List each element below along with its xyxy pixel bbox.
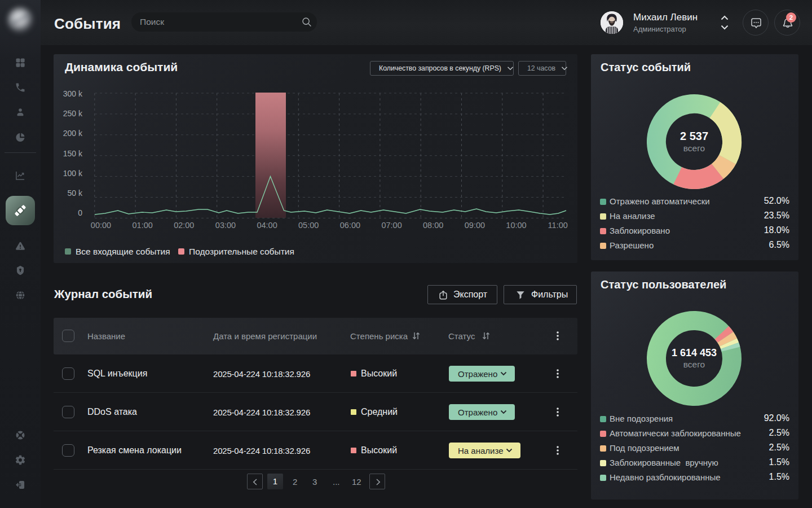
svg-text:Подозрительные события: Подозрительные события (189, 247, 294, 256)
svg-text:0: 0 (78, 208, 82, 217)
svg-text:1 614 453: 1 614 453 (672, 347, 717, 358)
svg-text:всего: всего (683, 143, 705, 153)
svg-text:2 537: 2 537 (680, 130, 708, 142)
svg-text:01:00: 01:00 (133, 221, 153, 230)
svg-text:11:00: 11:00 (548, 221, 568, 230)
svg-text:02:00: 02:00 (174, 221, 194, 230)
svg-text:03:00: 03:00 (215, 221, 236, 230)
svg-text:100 k: 100 k (63, 169, 83, 178)
svg-text:06:00: 06:00 (340, 221, 360, 230)
svg-text:07:00: 07:00 (381, 221, 401, 230)
svg-text:150 k: 150 k (63, 149, 83, 158)
svg-text:10:00: 10:00 (506, 221, 526, 230)
svg-text:09:00: 09:00 (465, 221, 485, 230)
svg-text:50 k: 50 k (68, 189, 83, 198)
svg-text:04:00: 04:00 (257, 221, 277, 230)
svg-text:Все входящие события: Все входящие события (76, 247, 170, 256)
svg-text:250 k: 250 k (63, 109, 83, 118)
svg-text:200 k: 200 k (63, 129, 83, 138)
svg-text:05:00: 05:00 (298, 221, 319, 230)
svg-text:00:00: 00:00 (91, 221, 111, 230)
svg-text:08:00: 08:00 (423, 221, 443, 230)
svg-text:300 k: 300 k (63, 89, 83, 98)
svg-text:всего: всего (683, 360, 705, 369)
